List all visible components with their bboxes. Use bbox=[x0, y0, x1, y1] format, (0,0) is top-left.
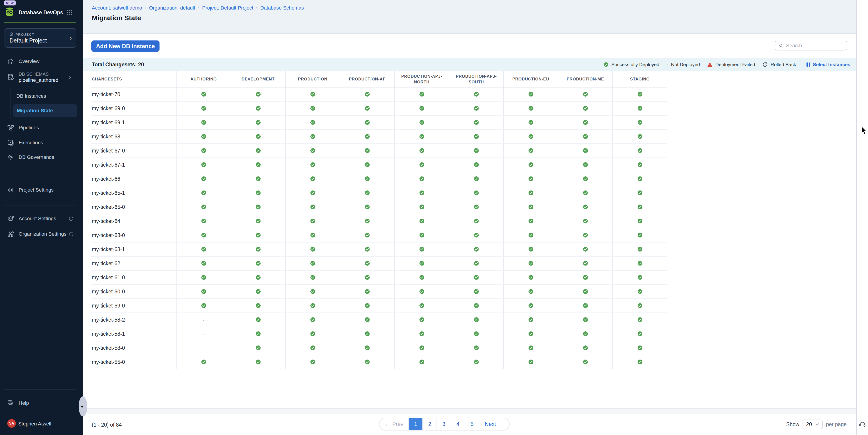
deployed-check-icon bbox=[365, 176, 370, 181]
status-cell bbox=[340, 129, 395, 144]
project-selector[interactable]: PROJECT Default Project › bbox=[4, 28, 76, 48]
next-page-button[interactable]: Next→ bbox=[479, 418, 509, 430]
app-grid-icon[interactable] bbox=[67, 9, 73, 15]
info-icon bbox=[69, 231, 73, 237]
status-cell bbox=[231, 228, 285, 242]
add-new-db-instance-button[interactable]: Add New DB Instance bbox=[91, 40, 159, 52]
deployed-check-icon bbox=[365, 92, 370, 97]
page-button-4[interactable]: 4 bbox=[451, 418, 465, 430]
deployed-check-icon bbox=[256, 303, 261, 308]
sidebar-item-db-schemas[interactable]: DB SCHEMAS pipeline_authored › bbox=[0, 69, 83, 85]
page-size-select[interactable]: 20 bbox=[803, 420, 823, 429]
sidebar-item-label: Pipelines bbox=[19, 125, 39, 131]
deployed-check-icon bbox=[256, 275, 261, 280]
table-row: my-ticket-65-1 bbox=[91, 186, 667, 200]
database-schema-icon bbox=[7, 74, 14, 81]
deployed-check-icon bbox=[419, 176, 425, 181]
sidebar-item-migration-state[interactable]: Migration State bbox=[13, 104, 77, 117]
table-row: my-ticket-64 bbox=[91, 214, 667, 228]
sidebar-collapse-handle[interactable]: ◀ bbox=[79, 396, 87, 416]
not-deployed-dash: - bbox=[203, 331, 205, 338]
sidebar-item-project-settings[interactable]: Project Settings bbox=[0, 185, 83, 195]
breadcrumb-account[interactable]: Account: satwell-demo bbox=[92, 5, 142, 11]
page-button-3[interactable]: 3 bbox=[436, 418, 451, 430]
deployed-check-icon bbox=[365, 359, 370, 365]
status-cell bbox=[449, 242, 503, 256]
deployed-check-icon bbox=[256, 92, 261, 97]
deployed-check-icon bbox=[528, 92, 533, 97]
user-name[interactable]: Stephen Atwell bbox=[18, 421, 51, 427]
gear-icon bbox=[7, 187, 14, 193]
governance-gear-icon bbox=[7, 154, 14, 161]
status-cell bbox=[613, 228, 667, 242]
status-cell bbox=[395, 341, 449, 355]
deployed-check-icon bbox=[474, 289, 479, 294]
search-input[interactable] bbox=[786, 43, 843, 49]
app-title: Database DevOps bbox=[19, 9, 63, 16]
sidebar-item-overview[interactable]: Overview bbox=[0, 56, 83, 67]
table-row: my-ticket-62 bbox=[91, 256, 667, 271]
deployed-check-icon bbox=[474, 148, 479, 153]
deployed-check-icon bbox=[474, 134, 479, 139]
breadcrumb-database-schemas[interactable]: Database Schemas bbox=[260, 5, 304, 11]
deployed-check-icon bbox=[310, 317, 315, 322]
status-cell bbox=[449, 271, 503, 284]
status-legend: Successfully Deployed - Not Deployed Dep… bbox=[603, 62, 850, 67]
status-cell bbox=[176, 158, 231, 172]
chevron-right-icon: › bbox=[70, 35, 72, 41]
deployed-check-icon bbox=[256, 190, 261, 195]
status-cell bbox=[395, 101, 449, 116]
avatar[interactable]: SA bbox=[7, 419, 16, 428]
status-cell bbox=[340, 87, 395, 101]
deployed-check-icon bbox=[528, 120, 533, 125]
page-button-5[interactable]: 5 bbox=[465, 418, 479, 430]
sidebar-item-db-instances[interactable]: DB Instances bbox=[17, 93, 46, 99]
deployed-check-icon bbox=[528, 106, 533, 111]
changeset-name: my-ticket-62 bbox=[91, 256, 176, 271]
project-selector-label: PROJECT bbox=[16, 32, 34, 36]
mouse-cursor bbox=[861, 126, 867, 134]
prev-page-button[interactable]: ←Prev bbox=[379, 418, 408, 430]
sidebar-item-pipelines[interactable]: Pipelines bbox=[0, 122, 83, 133]
status-cell bbox=[613, 172, 667, 186]
deployed-check-icon bbox=[419, 331, 425, 336]
search-box[interactable] bbox=[775, 41, 847, 51]
status-cell bbox=[231, 172, 285, 186]
breadcrumb-project[interactable]: Project: Default Project bbox=[202, 5, 253, 11]
status-cell bbox=[503, 341, 558, 355]
footer-separator bbox=[83, 408, 856, 414]
status-cell bbox=[395, 327, 449, 341]
not-deployed-dash: - bbox=[203, 317, 205, 323]
sidebar-item-organization-settings[interactable]: Organization Settings bbox=[0, 229, 83, 240]
legend-deployment-failed: Deployment Failed bbox=[707, 62, 755, 67]
select-instances-button[interactable]: Select Instances bbox=[806, 62, 850, 67]
deployed-check-icon bbox=[256, 317, 261, 322]
deployed-check-icon bbox=[474, 232, 479, 238]
deployed-check-icon bbox=[310, 359, 315, 365]
deployed-check-icon bbox=[310, 303, 315, 308]
changeset-name: my-ticket-55-0 bbox=[91, 355, 176, 369]
page-button-2[interactable]: 2 bbox=[423, 418, 436, 430]
status-cell bbox=[340, 158, 395, 172]
status-cell bbox=[285, 355, 340, 369]
search-icon bbox=[779, 43, 783, 48]
deployed-check-icon bbox=[419, 317, 425, 322]
support-headset-icon[interactable] bbox=[859, 421, 866, 428]
breadcrumb-organization[interactable]: Organization: default bbox=[149, 5, 195, 11]
deployed-check-icon bbox=[638, 148, 643, 153]
status-cell bbox=[558, 172, 613, 186]
deployed-check-icon bbox=[583, 218, 588, 224]
rolled-back-icon bbox=[762, 62, 768, 67]
sidebar-item-db-governance[interactable]: DB Governance bbox=[0, 152, 83, 163]
sidebar-item-help[interactable]: ? Help bbox=[0, 398, 83, 409]
sidebar-item-executions[interactable]: Executions bbox=[0, 137, 83, 148]
status-cell: - bbox=[176, 313, 231, 327]
status-cell bbox=[449, 299, 503, 313]
status-cell bbox=[340, 214, 395, 228]
changeset-name: my-ticket-65-0 bbox=[91, 200, 176, 214]
deployed-check-icon bbox=[310, 162, 315, 167]
sidebar-item-account-settings[interactable]: Account Settings bbox=[0, 213, 83, 224]
deployed-check-icon bbox=[638, 331, 643, 336]
page-button-1[interactable]: 1 bbox=[408, 418, 423, 430]
deployed-check-icon bbox=[583, 120, 588, 125]
